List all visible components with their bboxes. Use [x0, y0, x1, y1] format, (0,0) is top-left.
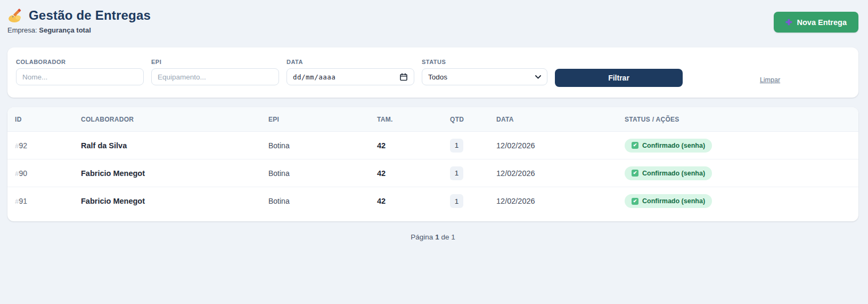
status-selected-value: Todos [428, 73, 447, 81]
col-header-data: DATA [496, 116, 625, 123]
status-text: Confirmado (senha) [642, 197, 705, 205]
clear-wrap: Limpar [690, 71, 850, 89]
company-label: Empresa: [7, 26, 37, 34]
new-delivery-button[interactable]: ✚ Nova Entrega [774, 12, 858, 33]
pagination-prefix: Página [411, 233, 433, 241]
cell-epi: Botina [268, 141, 377, 150]
check-icon: ✔ [632, 142, 638, 149]
status-text: Confirmado (senha) [642, 142, 705, 149]
cell-tam: 42 [377, 197, 450, 205]
cell-status: ✔ Confirmado (senha) [625, 194, 858, 208]
cell-data: 12/02/2026 [496, 169, 625, 178]
col-header-status-acoes: STATUS / AÇÕES [625, 116, 858, 123]
writing-hand-icon [7, 7, 23, 23]
date-placeholder: dd/mm/aaaa [293, 73, 335, 81]
table-header-row: ID COLABORADOR EPI TAM. QTD DATA STATUS … [7, 107, 858, 132]
status-text: Confirmado (senha) [642, 170, 705, 177]
filter-field-status: STATUS Todos [422, 59, 547, 85]
cell-tam: 42 [377, 141, 450, 150]
status-badge: ✔ Confirmado (senha) [625, 194, 712, 208]
cell-epi: Botina [268, 169, 377, 178]
status-badge: ✔ Confirmado (senha) [625, 166, 712, 180]
data-label: DATA [286, 59, 414, 65]
cell-id: #92 [7, 141, 81, 150]
check-icon: ✔ [632, 170, 638, 177]
check-icon: ✔ [632, 198, 638, 205]
col-header-colaborador: COLABORADOR [81, 116, 268, 123]
company-name: Segurança total [39, 26, 91, 34]
filter-field-data: DATA dd/mm/aaaa [286, 59, 414, 85]
table-row: #92 Ralf da Silva Botina 42 1 12/02/2026… [7, 132, 858, 159]
filter-field-epi: EPI [151, 59, 279, 85]
chevron-down-icon [535, 75, 541, 79]
cell-epi: Botina [268, 197, 377, 205]
pagination: Página 1 de 1 [7, 233, 858, 241]
cell-qtd: 1 [450, 139, 496, 153]
table-row: #90 Fabricio Menegot Botina 42 1 12/02/2… [7, 159, 858, 187]
cell-id: #91 [7, 197, 81, 205]
col-header-id: ID [7, 116, 81, 123]
plus-icon: ✚ [785, 18, 792, 26]
filter-field-colaborador: COLABORADOR [16, 59, 144, 85]
clear-filters-link[interactable]: Limpar [760, 76, 780, 84]
cell-id: #90 [7, 169, 81, 178]
table-row: #91 Fabricio Menegot Botina 42 1 12/02/2… [7, 187, 858, 215]
status-select[interactable]: Todos [422, 68, 547, 85]
col-header-epi: EPI [268, 116, 377, 123]
status-badge: ✔ Confirmado (senha) [625, 139, 712, 153]
cell-colaborador: Fabricio Menegot [81, 197, 268, 205]
cell-status: ✔ Confirmado (senha) [625, 166, 858, 180]
qtd-badge: 1 [450, 194, 463, 208]
cell-colaborador: Ralf da Silva [81, 141, 268, 150]
filter-button[interactable]: Filtrar [555, 69, 683, 87]
qtd-badge: 1 [450, 166, 463, 180]
cell-qtd: 1 [450, 166, 496, 180]
cell-status: ✔ Confirmado (senha) [625, 139, 858, 153]
id-hash-prefix: # [15, 142, 19, 150]
pagination-current-page: 1 [435, 233, 439, 241]
status-label: STATUS [422, 59, 547, 65]
page-title: Gestão de Entregas [29, 8, 151, 23]
cell-qtd: 1 [450, 194, 496, 208]
pagination-suffix: de 1 [441, 233, 455, 241]
col-header-qtd: QTD [450, 116, 496, 123]
epi-input[interactable] [151, 68, 279, 85]
id-hash-prefix: # [15, 197, 19, 205]
brand-block: Gestão de Entregas Empresa: Segurança to… [7, 7, 151, 34]
id-hash-prefix: # [15, 170, 19, 178]
company-line: Empresa: Segurança total [7, 26, 151, 34]
cell-data: 12/02/2026 [496, 197, 625, 205]
colaborador-input[interactable] [16, 68, 144, 85]
calendar-icon[interactable] [399, 73, 408, 81]
deliveries-table: ID COLABORADOR EPI TAM. QTD DATA STATUS … [7, 107, 858, 221]
new-delivery-label: Nova Entrega [797, 18, 847, 27]
cell-colaborador: Fabricio Menegot [81, 169, 268, 178]
epi-label: EPI [151, 59, 279, 65]
colaborador-label: COLABORADOR [16, 59, 144, 65]
date-input[interactable]: dd/mm/aaaa [286, 68, 414, 85]
cell-data: 12/02/2026 [496, 141, 625, 150]
delivery-management-page: Gestão de Entregas Empresa: Segurança to… [0, 0, 868, 304]
page-header: Gestão de Entregas Empresa: Segurança to… [7, 7, 858, 34]
cell-tam: 42 [377, 169, 450, 178]
col-header-tam: TAM. [377, 116, 450, 123]
qtd-badge: 1 [450, 139, 463, 153]
filter-bar: COLABORADOR EPI DATA dd/mm/aaaa [7, 47, 858, 98]
